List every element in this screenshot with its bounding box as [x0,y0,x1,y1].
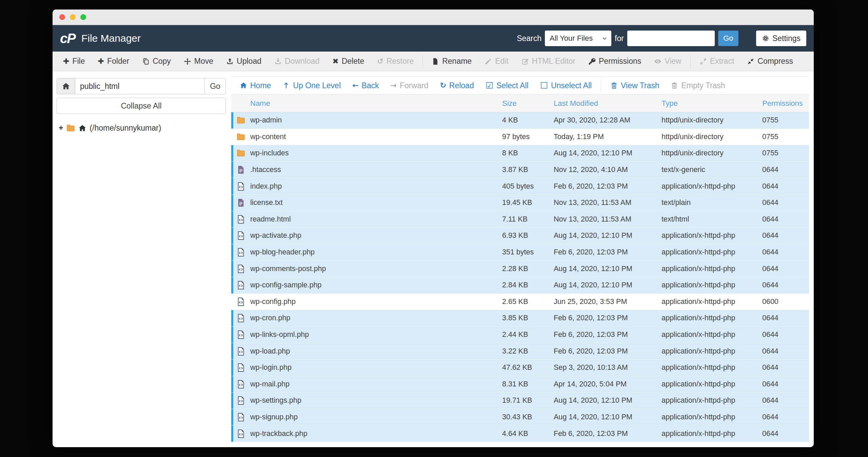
code-file-icon [231,231,250,240]
file-name: wp-cron.php [250,314,502,322]
toolbar-move-button[interactable]: Move [177,57,220,66]
table-row-index-php[interactable]: index.php405 bytesFeb 6, 2020, 12:03 PMa… [231,178,809,195]
file-type: application/x-httpd-php [662,182,762,191]
home-icon [62,82,70,91]
minimize-window-button[interactable] [70,14,76,20]
nav-reload-button[interactable]: ↻Reload [434,81,479,90]
file-last-modified: Feb 6, 2020, 12:03 PM [554,314,662,322]
collapse-all-button[interactable]: Collapse All [57,98,226,114]
table-row-wp-content[interactable]: wp-content97 bytesToday, 1:19 PMhttpd/un… [231,129,809,146]
code-file-icon [231,380,250,389]
table-row-wp-links-opml-php[interactable]: wp-links-opml.php2.44 KBFeb 6, 2020, 12:… [231,327,809,343]
table-row-wp-config-php[interactable]: wp-config.php2.65 KBJun 25, 2020, 3:53 P… [231,294,809,310]
table-row-readme-html[interactable]: readme.html7.11 KBNov 13, 2020, 11:53 AM… [231,211,809,228]
nav-forward-button: →Forward [385,81,434,90]
file-type: text/plain [662,198,762,207]
nav-view-trash-button[interactable]: View Trash [605,81,665,90]
home-icon [240,82,247,89]
tree-item-home-directory[interactable]: + (/home/sunnykumar) [57,123,226,133]
app-header: cP File Manager Search All Your Files fo… [53,25,814,52]
file-permissions: 0644 [762,396,809,405]
file-last-modified: Jun 25, 2020, 3:53 PM [554,298,662,306]
toolbar-permissions-button[interactable]: Permissions [582,57,648,66]
file-name: .htaccess [250,166,502,174]
table-row-wp-includes[interactable]: wp-includes8 KBAug 14, 2020, 12:10 PMhtt… [231,145,809,162]
file-type: httpd/unix-directory [662,116,762,125]
toolbar-folder-button[interactable]: ✚Folder [92,57,136,66]
nav-select-all-button[interactable]: ☑Select All [480,81,534,90]
column-header-name[interactable]: Name [250,99,502,108]
navigation-toolbar: HomeUp One Level←Back→Forward↻Reload☑Sel… [231,76,809,95]
nav-unselect-all-button[interactable]: ☐Unselect All [534,81,597,90]
column-header-size[interactable]: Size [502,99,554,108]
table-row-wp-config-sample-php[interactable]: wp-config-sample.php2.84 KBAug 14, 2020,… [231,277,809,294]
toolbar-upload-button[interactable]: Upload [220,57,268,66]
file-permissions: 0644 [762,215,809,224]
file-last-modified: Aug 14, 2020, 12:10 PM [554,396,662,405]
file-last-modified: Feb 6, 2020, 12:03 PM [554,430,662,438]
column-header-permissions[interactable]: Permissions [762,99,809,108]
file-name: wp-load.php [250,347,502,356]
toolbar-rename-button[interactable]: Rename [425,57,478,66]
file-name: wp-config.php [250,298,502,306]
button-label: Rename [442,57,472,66]
button-label: View [665,57,681,66]
folder-icon [231,132,250,141]
file-permissions: 0644 [762,231,809,240]
nav-home-button[interactable]: Home [234,81,277,90]
sidebar-home-button[interactable] [57,78,75,94]
table-row-wp-trackback-php[interactable]: wp-trackback.php4.64 KBFeb 6, 2020, 12:0… [231,425,809,442]
table-row-wp-activate-php[interactable]: wp-activate.php6.93 KBAug 14, 2020, 12:1… [231,228,809,244]
file-size: 405 bytes [502,182,554,191]
file-last-modified: Apr 14, 2020, 5:04 PM [554,380,662,388]
toolbar-view-button: View [648,57,688,66]
table-row--htaccess[interactable]: .htaccess3.87 KBNov 12, 2020, 4:10 AMtex… [231,162,809,178]
toolbar-delete-button[interactable]: ✖Delete [326,57,371,66]
button-label: Back [361,81,379,90]
file-size: 30.43 KB [502,413,554,421]
search-go-button[interactable]: Go [718,31,738,46]
toolbar-compress-button[interactable]: Compress [741,57,800,66]
settings-label: Settings [772,34,801,43]
table-row-wp-load-php[interactable]: wp-load.php3.22 KBFeb 6, 2020, 12:03 PMa… [231,343,809,360]
zoom-window-button[interactable] [80,14,86,20]
file-last-modified: Sep 3, 2020, 10:13 AM [554,363,662,372]
file-name: wp-content [250,133,502,141]
table-row-wp-login-php[interactable]: wp-login.php47.62 KBSep 3, 2020, 10:13 A… [231,360,809,376]
toolbar-html-editor-button: HTML Editor [515,57,582,66]
code-file-icon [231,264,250,273]
code-file-icon [231,429,250,438]
compress-icon [747,58,754,65]
table-row-wp-mail-php[interactable]: wp-mail.php8.31 KBApr 14, 2020, 5:04 PMa… [231,376,809,393]
file-permissions: 0644 [762,413,809,421]
file-name: readme.html [250,215,502,224]
code-file-icon [231,413,250,422]
search-scope-select[interactable]: All Your Files [545,31,611,46]
file-permissions: 0644 [762,430,809,438]
path-input[interactable] [75,78,204,94]
table-row-wp-admin[interactable]: wp-admin4 KBApr 30, 2020, 12:28 AMhttpd/… [231,112,809,129]
file-last-modified: Aug 14, 2020, 12:10 PM [554,265,662,273]
path-go-button[interactable]: Go [204,78,225,94]
toolbar-copy-button[interactable]: Copy [136,57,177,66]
action-toolbar: ✚File✚FolderCopyMoveUploadDownload✖Delet… [53,52,814,71]
file-name: wp-comments-post.php [250,265,502,273]
file-size: 351 bytes [502,248,554,256]
search-input[interactable] [627,31,715,46]
column-header-last-modified[interactable]: Last Modified [554,99,662,108]
settings-button[interactable]: Settings [756,31,806,46]
expand-tree-icon[interactable]: + [59,123,63,133]
table-row-wp-comments-post-php[interactable]: wp-comments-post.php2.28 KBAug 14, 2020,… [231,261,809,277]
nav-back-button[interactable]: ←Back [347,81,385,90]
close-window-button[interactable] [59,14,65,20]
table-row-wp-blog-header-php[interactable]: wp-blog-header.php351 bytesFeb 6, 2020, … [231,244,809,261]
table-row-wp-cron-php[interactable]: wp-cron.php3.85 KBFeb 6, 2020, 12:03 PMa… [231,310,809,327]
toolbar-file-button[interactable]: ✚File [57,57,92,66]
table-row-license-txt[interactable]: license.txt19.45 KBNov 13, 2020, 11:53 A… [231,195,809,211]
column-header-type[interactable]: Type [662,99,762,108]
nav-up-one-level-button[interactable]: Up One Level [277,81,347,90]
folder-icon [66,123,75,133]
table-row-wp-settings-php[interactable]: wp-settings.php19.71 KBAug 14, 2020, 12:… [231,393,809,409]
upload-icon [226,58,234,65]
table-row-wp-signup-php[interactable]: wp-signup.php30.43 KBAug 14, 2020, 12:10… [231,409,809,426]
